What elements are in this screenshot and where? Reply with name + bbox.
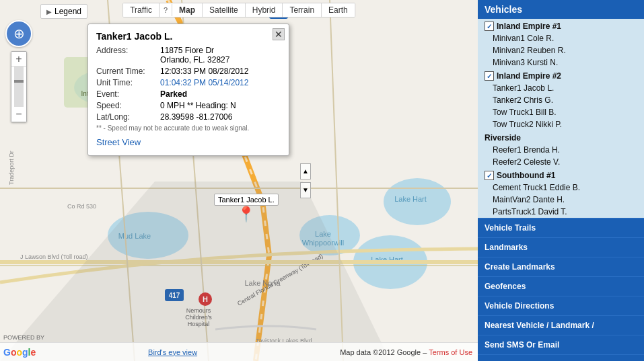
toolbar-hybrid[interactable]: Hybrid	[246, 3, 283, 17]
send-sms-button[interactable]: Send SMS Or Email	[478, 335, 644, 354]
geofences-button[interactable]: Geofences	[478, 276, 644, 296]
toolbar-satellite[interactable]: Satellite	[203, 3, 246, 17]
group-inland-empire-2[interactable]: ✓ Inland Empire #2	[478, 69, 644, 82]
popup-address-line1: 11875 Fiore Dr Orlando, FL. 32827	[160, 46, 229, 65]
panel-title: Vehicles	[478, 0, 644, 19]
map-pin[interactable]: Tanker1 Jacob L. 📍	[214, 194, 279, 222]
vehicle-tanker1-jacob[interactable]: Tanker1 Jacob L.	[478, 82, 644, 94]
vehicle-tanker2-chris[interactable]: Tanker2 Chris G.	[478, 94, 644, 106]
legend-label: Legend	[55, 7, 81, 16]
vehicle-minivan2-reuben[interactable]: Minivan2 Reuben R.	[478, 44, 644, 56]
birds-eye-view-link[interactable]: Bird's eye view	[5, 348, 340, 356]
map-container[interactable]: Mud Lake Lake Whippoorwill Lake Hart Lak…	[0, 0, 478, 361]
nearest-vehicle-button[interactable]: Nearest Vehicle / Landmark /	[478, 315, 644, 335]
powered-by-label: POWERED BY	[3, 334, 44, 341]
toolbar-traffic[interactable]: Traffic	[123, 3, 159, 17]
vehicle-maintvan2-dante[interactable]: MaintVan2 Dante H.	[478, 194, 644, 206]
google-logo-area: Google	[3, 347, 36, 358]
vehicle-minivan3-kursti[interactable]: Minivan3 Kursti N.	[478, 56, 644, 69]
zoom-in-button[interactable]: +	[11, 52, 26, 67]
popup-current-time: 12:03:33 PM 08/28/2012	[160, 67, 248, 76]
group-1-checkbox[interactable]: ✓	[485, 22, 494, 31]
toolbar-earth[interactable]: Earth	[322, 3, 355, 17]
toolbar-help[interactable]: ?	[159, 4, 172, 16]
legend-toggle[interactable]: Legend	[40, 4, 87, 19]
toolbar-map[interactable]: Map	[172, 3, 203, 17]
group-4-label: Southbound #1	[497, 171, 555, 180]
svg-text:J Lawson Blvd (Toll road): J Lawson Blvd (Toll road)	[20, 253, 88, 260]
vehicle-cement-truck1-eddie[interactable]: Cement Truck1 Eddie B.	[478, 182, 644, 194]
landmarks-button[interactable]: Landmarks	[478, 237, 644, 257]
vehicle-reefer1-brenda[interactable]: Reefer1 Brenda H.	[478, 144, 644, 156]
create-landmarks-button[interactable]: Create Landmarks	[478, 257, 644, 276]
popup-unit-time-label: Unit Time:	[96, 78, 160, 87]
map-bottom-bar: POWERED BY Google Bird's eye view Map da…	[0, 342, 478, 361]
terms-link[interactable]: Terms of Use	[429, 348, 472, 356]
vehicle-tow-truck2-nikki[interactable]: Tow Truck2 Nikki P.	[478, 118, 644, 130]
popup-speed-value: 0 MPH ** Heading: N	[160, 101, 236, 110]
popup-unit-time: 01:04:32 PM 05/14/2012	[160, 78, 248, 87]
group-3-label: Riverside	[485, 133, 521, 143]
toolbar-terrain[interactable]: Terrain	[283, 3, 322, 17]
map-controls: + −	[5, 20, 32, 122]
popup-lat-long-label: Lat/Long:	[96, 112, 160, 122]
vehicle-parts-truck1-david[interactable]: PartsTruck1 David T.	[478, 206, 644, 218]
popup-lat-long-value: 28.39598 -81.27006	[160, 112, 232, 122]
popup-current-time-label: Current Time:	[96, 67, 160, 76]
group-4-checkbox[interactable]: ✓	[485, 171, 494, 180]
group-southbound-1[interactable]: ✓ Southbound #1	[478, 168, 644, 182]
info-popup: ✕ Tanker1 Jacob L. Address: 11875 Fiore …	[87, 24, 289, 156]
map-settings-button[interactable]: Map Settings	[478, 354, 644, 361]
vehicle-minivan1-cole[interactable]: Minivan1 Cole R.	[478, 32, 644, 44]
group-2-label: Inland Empire #2	[497, 71, 561, 81]
group-1-label: Inland Empire #1	[497, 22, 561, 31]
group-2-checkbox[interactable]: ✓	[485, 71, 494, 81]
pin-icon: 📍	[237, 207, 255, 222]
popup-note: ** - Speed may not be accurate due to we…	[96, 124, 281, 132]
nav-control[interactable]	[5, 20, 32, 47]
scroll-down-arrow[interactable]: ▼	[300, 182, 311, 198]
svg-text:Tradeport Dr: Tradeport Dr	[8, 151, 15, 185]
vehicle-trails-button[interactable]: Vehicle Trails	[478, 218, 644, 237]
zoom-out-button[interactable]: −	[11, 107, 26, 122]
popup-title: Tanker1 Jacob L.	[96, 31, 281, 42]
popup-close-button[interactable]: ✕	[273, 28, 285, 40]
svg-text:Co Rd 530: Co Rd 530	[67, 203, 96, 210]
right-panel: Vehicles ✓ Inland Empire #1 Minivan1 Col…	[478, 0, 644, 361]
vehicle-directions-button[interactable]: Vehicle Directions	[478, 296, 644, 315]
group-riverside[interactable]: Riverside	[478, 130, 644, 144]
map-scroll-arrows: ▲ ▼	[300, 163, 311, 198]
group-inland-empire-1[interactable]: ✓ Inland Empire #1	[478, 19, 644, 32]
popup-speed-label: Speed:	[96, 101, 160, 110]
vehicle-tow-truck1-bill[interactable]: Tow Truck1 Bill B.	[478, 106, 644, 118]
street-view-link[interactable]: Street View	[96, 137, 281, 147]
vehicle-reefer2-celeste[interactable]: Reefer2 Celeste V.	[478, 156, 644, 168]
svg-text:Lake Hart: Lake Hart	[394, 195, 427, 203]
vehicles-list: ✓ Inland Empire #1 Minivan1 Cole R. Mini…	[478, 19, 644, 218]
map-toolbar: Traffic ? Map Satellite Hybrid Terrain E…	[122, 3, 355, 17]
scroll-up-arrow[interactable]: ▲	[300, 163, 311, 179]
popup-address-label: Address:	[96, 46, 160, 65]
map-attribution: Map data ©2012 Google – Terms of Use	[340, 348, 472, 356]
google-logo: Google	[3, 347, 36, 358]
popup-event-value: Parked	[160, 89, 187, 99]
zoom-control: + −	[11, 51, 27, 122]
zoom-slider[interactable]	[14, 67, 24, 107]
pin-label: Tanker1 Jacob L.	[214, 194, 279, 206]
popup-event-label: Event:	[96, 89, 160, 99]
